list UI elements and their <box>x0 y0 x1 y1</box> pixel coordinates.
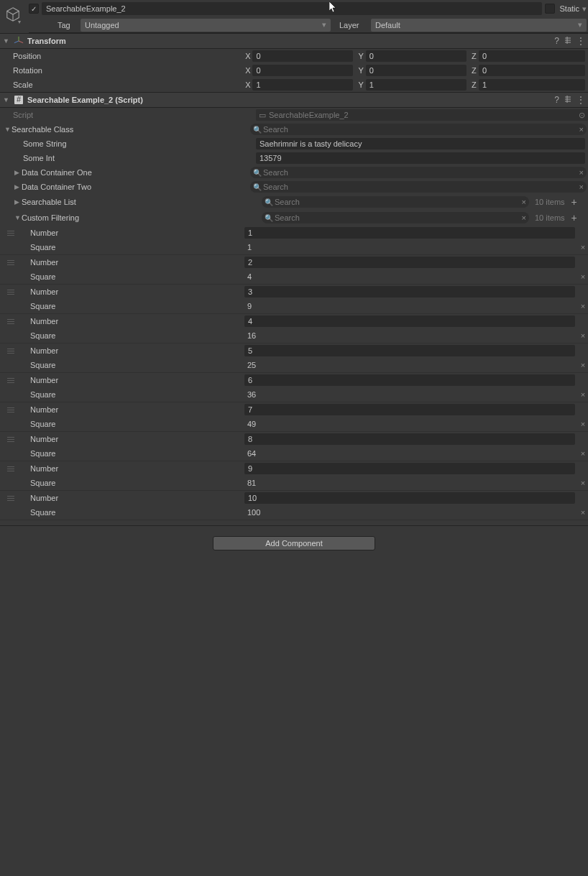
drag-handle-icon[interactable] <box>0 289 22 295</box>
menu-icon[interactable]: ⋮ <box>576 36 585 46</box>
number-input[interactable] <box>244 286 575 298</box>
square-value: 4 <box>244 272 578 281</box>
drag-handle-icon[interactable] <box>0 318 22 325</box>
position-z-input[interactable] <box>479 50 585 62</box>
data-container-one-foldout[interactable]: ▶ <box>14 169 22 176</box>
custom-filtering-foldout[interactable]: ▼ <box>14 214 22 221</box>
number-input[interactable] <box>244 404 575 415</box>
remove-item-button[interactable]: × <box>578 361 588 369</box>
number-input[interactable] <box>244 374 575 386</box>
rotation-x-input[interactable] <box>252 65 353 76</box>
number-input[interactable] <box>244 227 575 239</box>
drag-handle-icon[interactable] <box>0 230 22 236</box>
drag-handle-icon[interactable] <box>0 259 22 266</box>
remove-item-button[interactable]: × <box>578 479 588 487</box>
rotation-y-input[interactable] <box>366 65 467 76</box>
some-int-input[interactable] <box>256 152 585 164</box>
remove-item-button[interactable]: × <box>578 302 588 310</box>
number-label: Number <box>22 258 244 267</box>
tag-dropdown[interactable]: Untagged▾ <box>81 19 331 32</box>
number-input[interactable] <box>244 433 575 445</box>
script-object-field[interactable]: ▭ SearchableExample_2 ⊙ <box>256 109 588 121</box>
position-x-input[interactable] <box>252 50 353 62</box>
scale-y-input[interactable] <box>366 79 467 91</box>
static-checkbox[interactable] <box>545 4 555 14</box>
help-icon[interactable]: ? <box>554 95 559 105</box>
position-y-input[interactable] <box>366 50 467 62</box>
search-icon: 🔍 <box>265 214 273 222</box>
remove-item-button[interactable]: × <box>578 331 588 340</box>
drag-handle-icon[interactable] <box>0 495 22 502</box>
number-input[interactable] <box>244 257 575 268</box>
drag-handle-icon[interactable] <box>0 377 22 384</box>
scale-x-input[interactable] <box>252 79 353 91</box>
object-name-input[interactable] <box>42 2 542 15</box>
square-label: Square <box>22 390 244 399</box>
searchable-list-foldout[interactable]: ▶ <box>14 198 22 206</box>
add-item-button[interactable]: + <box>569 212 579 223</box>
search-input[interactable] <box>275 197 522 207</box>
menu-icon[interactable]: ⋮ <box>576 95 585 105</box>
preset-icon[interactable] <box>564 95 572 106</box>
gameobject-icon[interactable]: ▾ <box>0 0 29 29</box>
remove-item-button[interactable]: × <box>578 272 588 281</box>
number-input[interactable] <box>244 345 575 356</box>
layer-dropdown[interactable]: Default▾ <box>371 19 587 32</box>
square-value: 100 <box>244 508 578 517</box>
object-picker-icon[interactable]: ⊙ <box>579 111 585 120</box>
remove-item-button[interactable]: × <box>578 508 588 517</box>
data-container-two-foldout[interactable]: ▶ <box>14 183 22 190</box>
list-item: NumberSquare9× <box>0 285 588 314</box>
remove-item-button[interactable]: × <box>578 449 588 458</box>
clear-icon[interactable]: × <box>522 198 526 206</box>
number-label: Number <box>22 317 244 326</box>
search-input[interactable] <box>263 167 579 177</box>
remove-item-button[interactable]: × <box>578 420 588 428</box>
some-string-input[interactable] <box>256 138 585 149</box>
layer-value: Default <box>375 21 400 29</box>
number-label: Number <box>22 287 244 296</box>
clear-icon[interactable]: × <box>579 125 584 134</box>
help-icon[interactable]: ? <box>554 36 559 46</box>
data-container-two-label: Data Container Two <box>22 183 250 191</box>
searchable-class-search[interactable]: 🔍 × <box>250 124 587 135</box>
layer-label: Layer <box>339 21 371 29</box>
square-label: Square <box>22 449 244 458</box>
clear-icon[interactable]: × <box>579 183 584 191</box>
clear-icon[interactable]: × <box>522 213 526 222</box>
static-dropdown-arrow[interactable]: ▾ <box>582 4 587 14</box>
drag-handle-icon[interactable] <box>0 436 22 443</box>
preset-icon[interactable] <box>564 36 572 47</box>
list-item: NumberSquare81× <box>0 461 588 491</box>
data-container-two-search[interactable]: 🔍 × <box>250 181 587 193</box>
searchable-list-count: 10 items <box>535 198 565 206</box>
search-input[interactable] <box>263 124 579 134</box>
searchable-list-search[interactable]: 🔍 × <box>262 196 529 208</box>
search-input[interactable] <box>275 213 522 223</box>
number-input[interactable] <box>244 463 575 474</box>
rotation-z-input[interactable] <box>479 65 585 76</box>
active-checkbox[interactable] <box>29 4 39 14</box>
add-item-button[interactable]: + <box>569 196 579 208</box>
transform-foldout[interactable]: ▼ <box>3 37 10 45</box>
position-label: Position <box>13 52 243 60</box>
script-field-label: Script <box>13 111 256 119</box>
custom-filtering-search[interactable]: 🔍 × <box>262 212 529 223</box>
search-icon: 🔍 <box>253 169 262 177</box>
remove-item-button[interactable]: × <box>578 390 588 399</box>
drag-handle-icon[interactable] <box>0 348 22 354</box>
drag-handle-icon[interactable] <box>0 466 22 472</box>
remove-item-button[interactable]: × <box>578 243 588 252</box>
square-label: Square <box>22 272 244 281</box>
number-input[interactable] <box>244 315 575 327</box>
script-foldout[interactable]: ▼ <box>3 96 10 103</box>
scale-z-input[interactable] <box>479 79 585 91</box>
data-container-one-search[interactable]: 🔍 × <box>250 167 587 178</box>
searchable-class-foldout[interactable]: ▼ <box>4 126 12 133</box>
add-component-button[interactable]: Add Component <box>213 536 375 550</box>
drag-handle-icon[interactable] <box>0 407 22 413</box>
square-label: Square <box>22 331 244 340</box>
number-input[interactable] <box>244 492 575 504</box>
clear-icon[interactable]: × <box>579 168 584 177</box>
search-input[interactable] <box>263 182 579 192</box>
